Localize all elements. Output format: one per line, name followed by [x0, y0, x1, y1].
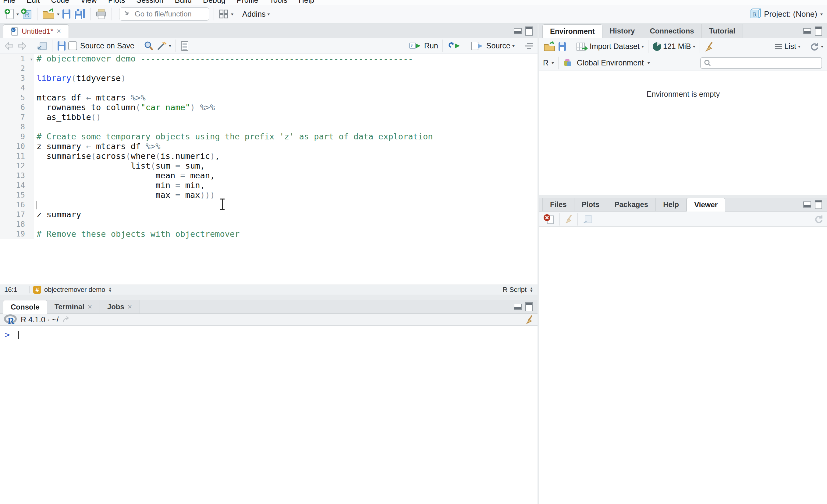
- code-editor[interactable]: 1▾# objectremover demo -----------------…: [0, 54, 538, 285]
- menu-view[interactable]: View: [81, 0, 97, 5]
- code-line[interactable]: 11 summarise(across(where(is.numeric),: [0, 151, 538, 161]
- code-line[interactable]: 19# Remove these objects with objectremo…: [0, 229, 538, 239]
- code-line[interactable]: 4: [0, 83, 538, 93]
- menu-build[interactable]: Build: [175, 0, 192, 5]
- minimize-icon[interactable]: [514, 28, 522, 34]
- menu-profile[interactable]: Profile: [237, 0, 258, 5]
- menu-session[interactable]: Session: [137, 0, 164, 5]
- import-dataset-button[interactable]: Import Dataset ▾: [576, 41, 644, 52]
- section-navigator[interactable]: # objectremover demo ▲▼: [33, 286, 112, 294]
- document-outline-icon[interactable]: [524, 41, 534, 51]
- refresh-viewer-icon[interactable]: [814, 214, 823, 224]
- close-icon[interactable]: ✕: [127, 303, 132, 311]
- share-arrow-icon[interactable]: [62, 316, 71, 324]
- refresh-environment-button[interactable]: ▾: [809, 42, 823, 51]
- tab-connections[interactable]: Connections: [642, 24, 701, 38]
- new-file-button[interactable]: ▾: [4, 8, 19, 20]
- menu-plots[interactable]: Plots: [108, 0, 125, 5]
- goto-file-input[interactable]: [134, 9, 205, 18]
- tab-files[interactable]: Files: [542, 198, 574, 211]
- tab-environment[interactable]: Environment: [542, 24, 602, 38]
- menu-edit[interactable]: Edit: [27, 0, 40, 5]
- console-body[interactable]: >: [0, 326, 538, 504]
- source-on-save-checkbox[interactable]: [68, 41, 77, 50]
- save-all-button[interactable]: [74, 8, 86, 20]
- tab-history[interactable]: History: [602, 24, 643, 38]
- stop-viewer-icon[interactable]: [543, 213, 555, 225]
- minimize-icon[interactable]: [803, 202, 811, 208]
- clear-viewer-icon[interactable]: [564, 214, 573, 224]
- forward-icon[interactable]: [16, 41, 28, 51]
- tab-help[interactable]: Help: [656, 198, 686, 211]
- open-in-window-icon[interactable]: [36, 41, 48, 51]
- goto-file-box[interactable]: [119, 7, 209, 21]
- rerun-icon[interactable]: [447, 41, 461, 51]
- export-viewer-icon[interactable]: [582, 214, 593, 224]
- code-line[interactable]: 10z_summary ← mtcars_df %>%: [0, 142, 538, 151]
- code-line[interactable]: 17z_summary: [0, 210, 538, 219]
- memory-usage-button[interactable]: 121 MiB ▾: [653, 42, 695, 51]
- tab-packages[interactable]: Packages: [607, 198, 656, 211]
- environment-search-box[interactable]: [700, 57, 822, 69]
- source-button[interactable]: Source ▾: [471, 41, 515, 51]
- code-line[interactable]: 5mtcars_df ← mtcars %>%: [0, 93, 538, 103]
- source-on-save-toggle[interactable]: Source on Save: [68, 41, 134, 50]
- maximize-icon[interactable]: [815, 26, 822, 36]
- code-line[interactable]: 15 max = max))): [0, 190, 538, 200]
- minimize-icon[interactable]: [514, 304, 522, 310]
- find-replace-icon[interactable]: [143, 41, 154, 51]
- addins-button[interactable]: Addins ▾: [242, 10, 270, 18]
- maximize-icon[interactable]: [525, 302, 533, 311]
- save-source-icon[interactable]: [57, 41, 66, 51]
- open-file-button[interactable]: ▾: [42, 8, 59, 20]
- code-line[interactable]: 8: [0, 122, 538, 132]
- file-type-selector[interactable]: R Script ▲▼: [503, 286, 533, 294]
- r-version-label[interactable]: R 4.1.0 · ~/: [21, 315, 58, 324]
- tab-terminal[interactable]: Terminal ✕: [47, 300, 100, 314]
- maximize-icon[interactable]: [525, 26, 533, 36]
- back-icon[interactable]: [4, 41, 15, 51]
- maximize-icon[interactable]: [815, 200, 822, 209]
- code-line[interactable]: 1▾# objectremover demo -----------------…: [0, 54, 538, 64]
- code-line[interactable]: 18: [0, 219, 538, 229]
- menu-help[interactable]: Help: [299, 0, 314, 5]
- code-line[interactable]: 7 as_tibble(): [0, 112, 538, 122]
- language-selector[interactable]: R ▾: [543, 58, 554, 67]
- environment-scope-selector[interactable]: Global Environment ▾: [563, 58, 650, 68]
- minimize-icon[interactable]: [803, 28, 811, 34]
- tab-jobs[interactable]: Jobs ✕: [100, 300, 140, 314]
- fold-marker-icon[interactable]: ▾: [30, 54, 33, 64]
- close-icon[interactable]: ✕: [56, 28, 61, 35]
- clear-objects-icon[interactable]: [704, 41, 714, 52]
- tab-untitled1[interactable]: R Untitled1* ✕: [3, 24, 69, 38]
- close-icon[interactable]: ✕: [88, 303, 92, 311]
- menu-code[interactable]: Code: [51, 0, 69, 5]
- code-line[interactable]: 16: [0, 200, 538, 210]
- save-button[interactable]: [61, 8, 71, 20]
- code-line[interactable]: 2: [0, 64, 538, 73]
- tab-console[interactable]: Console: [3, 300, 47, 314]
- tab-tutorial[interactable]: Tutorial: [702, 24, 743, 38]
- menu-tools[interactable]: Tools: [270, 0, 287, 5]
- project-selector[interactable]: R Project: (None) ▾: [749, 8, 823, 20]
- tab-viewer[interactable]: Viewer: [686, 198, 725, 212]
- pane-layout-button[interactable]: ▾: [218, 8, 233, 19]
- code-line[interactable]: 14 min = min,: [0, 180, 538, 190]
- tab-plots[interactable]: Plots: [574, 198, 607, 211]
- code-tools-button[interactable]: ▾: [156, 41, 171, 51]
- new-project-button[interactable]: R: [21, 8, 33, 20]
- menu-file[interactable]: File: [3, 0, 15, 5]
- code-line[interactable]: 13 mean = mean,: [0, 171, 538, 180]
- environment-search-input[interactable]: [714, 59, 819, 67]
- print-button[interactable]: [95, 8, 107, 20]
- code-line[interactable]: 12 list(sum = sum,: [0, 161, 538, 171]
- save-workspace-icon[interactable]: [557, 41, 567, 52]
- load-workspace-icon[interactable]: [543, 41, 556, 52]
- code-line[interactable]: 9# Create some temporary objects using t…: [0, 132, 538, 142]
- run-button[interactable]: Run: [409, 41, 438, 51]
- code-line[interactable]: 3library(tidyverse): [0, 73, 538, 83]
- menu-debug[interactable]: Debug: [203, 0, 226, 5]
- compile-report-icon[interactable]: [180, 41, 189, 51]
- list-view-button[interactable]: List ▾: [775, 42, 800, 51]
- code-line[interactable]: 6 rownames_to_column("car_name") %>%: [0, 103, 538, 112]
